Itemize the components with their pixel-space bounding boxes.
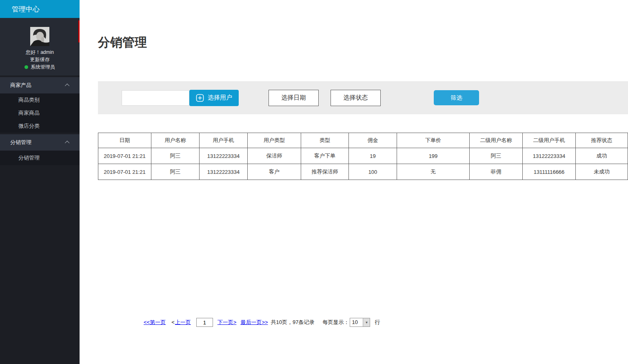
- update-cache-link[interactable]: 更新缓存: [0, 56, 80, 63]
- per-page-value: 10: [350, 318, 363, 326]
- col-header: 二级用户名称: [470, 133, 523, 148]
- per-page-select[interactable]: 10 ▼: [350, 318, 370, 327]
- col-header: 日期: [98, 133, 151, 148]
- app-title: 管理中心: [12, 4, 40, 14]
- select-user-label: 选择用户: [208, 94, 232, 102]
- menu-label: 商家产品: [10, 82, 31, 89]
- distribution-table: 日期 用户名称 用户手机 用户类型 类型 佣金 下单价 二级用户名称 二级用户手…: [98, 133, 628, 180]
- col-header: 下单价: [397, 133, 470, 148]
- first-page-link[interactable]: <<第一页: [144, 319, 166, 326]
- pagination-summary: 共10页，97条记录: [271, 319, 315, 326]
- sidebar-item-distribution-manage[interactable]: 分销管理: [0, 151, 80, 165]
- table-header-row: 日期 用户名称 用户手机 用户类型 类型 佣金 下单价 二级用户名称 二级用户手…: [98, 133, 628, 148]
- sidebar-menu: 商家产品 商品类别 商家商品 微店分类 分销管理 分销管理: [0, 77, 80, 165]
- table-cell: 保洁师: [248, 148, 301, 164]
- chevron-up-icon: [65, 140, 69, 145]
- user-role-row: 系统管理员: [24, 64, 55, 70]
- table-cell: 13111116666: [523, 164, 576, 180]
- table-cell: 2019-07-01 21:21: [98, 148, 151, 164]
- table-cell: 19: [349, 148, 397, 164]
- col-header: 用户名称: [151, 133, 200, 148]
- select-status-button[interactable]: 选择状态: [331, 90, 381, 106]
- main-content: 分销管理 选择用户 选择日期 选择状态 筛选 日期 用户名称 用户手机: [80, 0, 628, 364]
- table-cell: 2019-07-01 21:21: [98, 164, 151, 180]
- user-role: 系统管理员: [31, 64, 55, 70]
- table-cell: 无: [397, 164, 470, 180]
- last-page-link[interactable]: 最后一页>>: [240, 319, 268, 326]
- table-cell: 推荐保洁师: [301, 164, 349, 180]
- table-cell: 13122223334: [200, 164, 248, 180]
- plus-icon: [196, 94, 204, 102]
- prev-page-wrap: <上一页: [171, 319, 191, 326]
- filter-bar: 选择用户 选择日期 选择状态 筛选: [98, 81, 628, 114]
- submenu-merchant-products: 商品类别 商家商品 微店分类: [0, 93, 80, 133]
- page-number-input[interactable]: [196, 318, 213, 327]
- user-greeting: 您好！admin: [0, 49, 80, 55]
- table-row: 2019-07-01 21:21 阿三 13122223334 保洁师 客户下单…: [98, 148, 628, 164]
- user-search-input[interactable]: [122, 90, 189, 106]
- user-photo: [30, 27, 49, 46]
- col-header: 二级用户手机: [523, 133, 576, 148]
- filter-button[interactable]: 筛选: [434, 90, 479, 105]
- online-status-dot: [24, 65, 28, 69]
- select-date-button[interactable]: 选择日期: [269, 90, 319, 106]
- per-page-label: 每页显示：: [322, 319, 349, 326]
- sidebar-item-product-category[interactable]: 商品类别: [0, 93, 80, 107]
- col-header: 用户手机: [200, 133, 248, 148]
- sidebar-item-distribution[interactable]: 分销管理: [0, 134, 80, 151]
- col-header: 用户类型: [248, 133, 301, 148]
- sidebar: 管理中心 您好！admin 更新缓存 系统管理员 商家产品 商品类别 商家商品: [0, 0, 80, 364]
- table-cell: 13122223334: [200, 148, 248, 164]
- per-page-group: 每页显示： 10 ▼ 行: [322, 318, 380, 327]
- prev-page-link[interactable]: 上一页: [175, 319, 191, 325]
- table-cell: 100: [349, 164, 397, 180]
- pagination: <<第一页 <上一页 下一页> 最后一页>> 共10页，97条记录 每页显示： …: [144, 318, 628, 327]
- app-title-bar: 管理中心: [0, 0, 80, 18]
- table-cell: 客户: [248, 164, 301, 180]
- prev-arrow: <: [171, 319, 175, 325]
- table-cell: 阿三: [470, 148, 523, 164]
- submenu-distribution: 分销管理: [0, 151, 80, 165]
- next-page-link[interactable]: 下一页>: [217, 319, 237, 326]
- col-header: 佣金: [349, 133, 397, 148]
- table-cell: 阿三: [151, 148, 200, 164]
- select-user-button[interactable]: 选择用户: [189, 90, 239, 106]
- table-cell: 未成功: [576, 164, 628, 180]
- menu-label: 分销管理: [10, 139, 31, 146]
- rows-unit-label: 行: [375, 319, 380, 326]
- table-cell: 客户下单: [301, 148, 349, 164]
- table-cell: 成功: [576, 148, 628, 164]
- chevron-up-icon: [65, 83, 69, 88]
- sidebar-item-microstore-category[interactable]: 微店分类: [0, 120, 80, 133]
- page-title: 分销管理: [98, 34, 628, 51]
- table-cell: 阿三: [151, 164, 200, 180]
- dropdown-arrow-icon[interactable]: ▼: [363, 318, 370, 326]
- table-row: 2019-07-01 21:21 阿三 13122223334 客户 推荐保洁师…: [98, 164, 628, 180]
- table-cell: 199: [397, 148, 470, 164]
- sidebar-item-merchant-products[interactable]: 商家产品: [0, 77, 80, 93]
- sidebar-item-merchant-goods[interactable]: 商家商品: [0, 107, 80, 120]
- col-header: 类型: [301, 133, 349, 148]
- avatar: [30, 27, 49, 46]
- col-header: 推荐状态: [576, 133, 628, 148]
- table-cell: 菲佣: [470, 164, 523, 180]
- table-cell: 13122223334: [523, 148, 576, 164]
- user-panel: 您好！admin 更新缓存 系统管理员: [0, 18, 80, 75]
